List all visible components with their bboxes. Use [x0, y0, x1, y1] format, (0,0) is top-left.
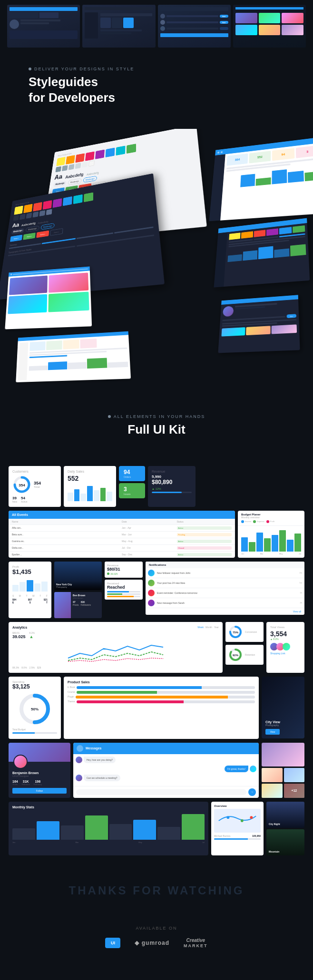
svg-text:354: 354 [19, 483, 25, 487]
dark-bar-chart: Monthly Stats Jan Mar May Jul [9, 802, 208, 855]
uikit-title: Full UI Kit [29, 422, 284, 437]
svg-point-13 [241, 819, 244, 822]
gumroad-logo: ◆ gumroad [135, 940, 169, 946]
analytics-chart: Analytics Week Month Year $80/3139.025 8… [9, 622, 223, 673]
photo-gallery: +12 [262, 743, 304, 798]
customers-widget: Customers 354 354 Total 39New 54Active [9, 466, 61, 507]
screenshot-1 [7, 5, 80, 48]
logo-row: UI ◆ gumroad CreativeMARKET [10, 938, 303, 948]
spending-card: Spending $3,125 50% Total Budget [9, 677, 61, 739]
overview-card: Overview Michael Barnes 105,950 [211, 802, 264, 855]
screenshot-2 [82, 5, 155, 48]
daily-sales-widget: Daily Sales 552 [64, 466, 116, 507]
svg-text:92%: 92% [233, 654, 239, 657]
screenshot-3: Add Add [158, 5, 231, 48]
hero-screenshots: Add Add [0, 0, 313, 52]
uikit-row-3: Profit $1,435 SMTWTF $94$87$21 EST [5, 562, 308, 618]
chat-widget: Messages Hey, how are you doing? I'm gre… [73, 743, 259, 798]
styleguide-preview: Styleguide [0, 129, 313, 400]
creative-market-logo: CreativeMARKET [184, 938, 208, 948]
thanks-section: THANKS FOR WATCHING [0, 865, 313, 921]
product-sales: Product Sales E Book Course Plugin [64, 677, 259, 739]
uikit-label: ALL ELEMENTS IN YOUR HANDS [29, 414, 284, 419]
thanks-title: THANKS FOR WATCHING [10, 884, 303, 897]
available-label: AVAILABLE ON [10, 926, 303, 931]
styleguides-label: DELIVER YOUR DESIGNS IN STYLE [29, 67, 284, 71]
uikit-elements: Customers 354 354 Total 39New 54Active D… [0, 461, 313, 865]
uikit-row-7: Monthly Stats Jan Mar May Jul Overview [5, 802, 308, 855]
uikit-row-4: Analytics Week Month Year $80/3139.025 8… [5, 622, 308, 673]
map-card: City View Photography View [262, 677, 304, 738]
uikit-row-5: Spending $3,125 50% Total Budget Product… [5, 677, 308, 739]
svg-point-12 [226, 816, 229, 819]
notifications-panel: Notifications New follower request from … [146, 562, 304, 618]
ui-logo: UI [105, 938, 120, 948]
uikit-row-1: Customers 354 354 Total 39New 54Active D… [5, 466, 308, 507]
events-table: All Events Name Date Status Alfa con.. J… [9, 511, 235, 558]
stats-column: 94 Orders 3 Issues [119, 466, 145, 507]
profit-card: Profit $1,435 SMTWTF $94$87$21 EST [9, 562, 51, 618]
budget-chart: Budget Planer Monthly overview Income Ex… [238, 511, 304, 558]
big-number-card: Total Views 3,554 ▲ 8.2% Shopping Link [266, 622, 304, 673]
profile-card: Benjamin Brown UI/UX Designer 164Posts 3… [9, 743, 70, 798]
styleguides-title: Styleguides for Developers [29, 74, 284, 105]
photo-cards: New York City Photography Ben Brown @ben… [54, 562, 102, 618]
percentage-cards: 75% Conversion 92% Retention [225, 622, 264, 673]
styleguides-section: DELIVER YOUR DESIGNS IN STYLE Styleguide… [0, 52, 313, 129]
uikit-section-heading: ALL ELEMENTS IN YOUR HANDS Full UI Kit [0, 400, 313, 461]
revenue-widget: Revenue 5,990 $80,890 ▲ 12% [148, 466, 196, 507]
mini-stats-cards: Revenue $80/31 39.025 Received Reached [105, 562, 143, 618]
uikit-row-2: All Events Name Date Status Alfa con.. J… [5, 511, 308, 558]
svg-text:75%: 75% [233, 631, 239, 634]
available-section: AVAILABLE ON UI ◆ gumroad CreativeMARKET [0, 921, 313, 962]
svg-point-14 [250, 816, 253, 819]
city-images: City Night Mountain [266, 802, 304, 855]
screenshot-4 [233, 5, 306, 48]
uikit-row-6: Benjamin Brown UI/UX Designer 164Posts 3… [5, 743, 308, 798]
svg-text:50%: 50% [31, 707, 39, 711]
